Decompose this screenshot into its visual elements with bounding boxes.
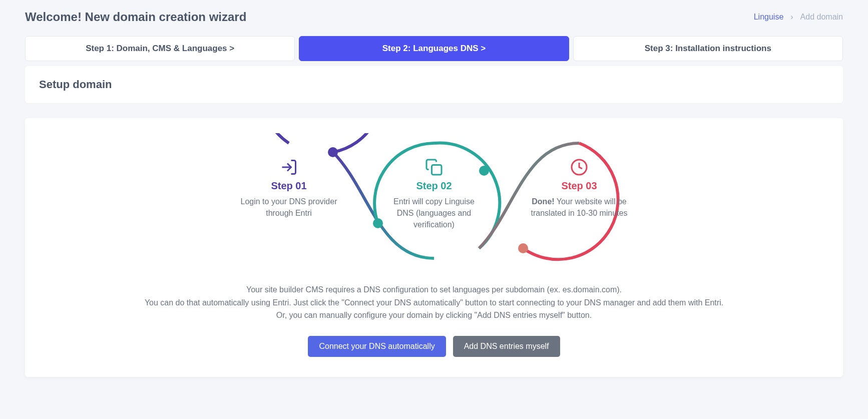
- login-icon: [280, 158, 298, 176]
- description-line-1: Your site builder CMS requires a DNS con…: [134, 283, 734, 296]
- breadcrumb: Linguise › Add domain: [754, 13, 843, 22]
- description-line-3: Or, you can manually configure your doma…: [134, 309, 734, 322]
- copy-icon: [425, 158, 443, 176]
- clock-icon: [570, 158, 588, 176]
- add-dns-manual-button[interactable]: Add DNS entries myself: [453, 336, 560, 357]
- description-block: Your site builder CMS requires a DNS con…: [134, 283, 734, 322]
- diagram-step-1-text: Login to your DNS provider through Entri: [234, 196, 344, 219]
- svg-rect-5: [432, 165, 442, 175]
- page-title: Welcome! New domain creation wizard: [25, 10, 246, 24]
- diagram-step-1: Step 01 Login to your DNS provider throu…: [234, 158, 344, 219]
- diagram-step-3: Step 03 Done! Your website will be trans…: [524, 158, 634, 219]
- svg-point-0: [328, 147, 338, 157]
- diagram-step-2: Step 02 Entri will copy Linguise DNS (la…: [379, 158, 489, 231]
- svg-point-3: [518, 243, 528, 253]
- diagram-step-3-text: Done! Your website will be translated in…: [524, 196, 634, 219]
- step-tab-2[interactable]: Step 2: Languages DNS >: [299, 36, 569, 61]
- step-tab-1[interactable]: Step 1: Domain, CMS & Languages >: [25, 36, 295, 61]
- diagram-step-3-title: Step 03: [524, 180, 634, 192]
- dns-setup-panel: Step 01 Login to your DNS provider throu…: [25, 118, 843, 377]
- description-line-2: You can do that automatically using Entr…: [134, 296, 734, 309]
- connect-dns-button[interactable]: Connect your DNS automatically: [308, 336, 446, 357]
- setup-domain-panel: Setup domain: [25, 66, 843, 103]
- breadcrumb-link-linguise[interactable]: Linguise: [754, 13, 784, 22]
- step-tab-3[interactable]: Step 3: Installation instructions: [573, 36, 843, 61]
- diagram-step-1-title: Step 01: [234, 180, 344, 192]
- wizard-steps-nav: Step 1: Domain, CMS & Languages > Step 2…: [25, 36, 843, 61]
- diagram-step-2-title: Step 02: [379, 180, 489, 192]
- steps-diagram: Step 01 Login to your DNS provider throu…: [219, 133, 649, 273]
- diagram-step-2-text: Entri will copy Linguise DNS (languages …: [379, 196, 489, 231]
- breadcrumb-current: Add domain: [800, 13, 843, 22]
- chevron-right-icon: ›: [790, 13, 793, 22]
- panel-title: Setup domain: [39, 78, 829, 91]
